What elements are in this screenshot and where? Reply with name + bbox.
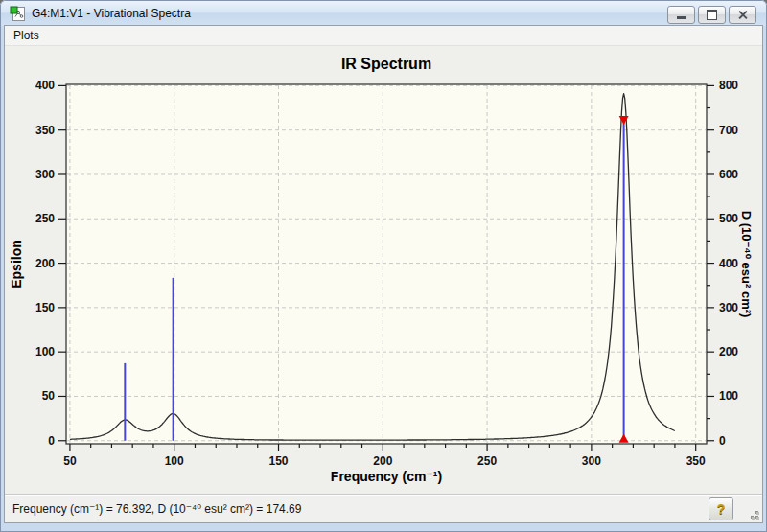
svg-text:600: 600 [719,168,738,181]
svg-text:150: 150 [35,301,55,314]
svg-text:300: 300 [35,168,55,181]
svg-text:50: 50 [63,454,77,468]
svg-text:700: 700 [719,124,738,137]
titlebar[interactable]: G4:M1:V1 - Vibrational Spectra [1,1,766,26]
ir-spectrum-chart[interactable]: 5010015020025030035005010015020025030035… [5,46,762,494]
svg-text:100: 100 [719,389,738,403]
svg-text:400: 400 [719,257,738,270]
svg-text:0: 0 [719,434,726,448]
menu-plots[interactable]: Plots [7,27,46,44]
svg-text:Frequency (cm⁻¹): Frequency (cm⁻¹) [331,469,442,484]
maximize-button[interactable] [698,6,726,24]
svg-text:350: 350 [686,454,706,468]
svg-text:300: 300 [719,301,738,314]
svg-text:250: 250 [35,212,55,225]
svg-text:800: 800 [719,79,738,92]
window-title: G4:M1:V1 - Vibrational Spectra [32,7,191,20]
resize-grip-icon[interactable] [748,508,759,520]
vibrational-spectra-window: G4:M1:V1 - Vibrational Spectra Plots 501… [0,0,767,532]
svg-text:250: 250 [477,454,497,468]
svg-text:200: 200 [35,257,55,270]
minimize-icon [677,16,686,19]
close-button[interactable] [729,6,756,24]
question-mark-icon: ? [717,501,726,517]
statusbar: Frequency (cm⁻¹) = 76.392, D (10⁻⁴⁰ esu²… [5,494,762,522]
svg-text:200: 200 [719,345,738,359]
svg-text:100: 100 [35,345,55,359]
svg-text:400: 400 [35,79,55,92]
svg-text:D (10⁻⁴⁰ esu² cm²): D (10⁻⁴⁰ esu² cm²) [739,211,754,318]
svg-text:50: 50 [42,389,56,403]
svg-text:150: 150 [268,454,288,468]
maximize-icon [707,10,717,20]
svg-text:IR Spectrum: IR Spectrum [341,56,431,72]
svg-text:100: 100 [165,454,184,468]
chart-area: 5010015020025030035005010015020025030035… [5,46,762,494]
status-readout: Frequency (cm⁻¹) = 76.392, D (10⁻⁴⁰ esu²… [12,502,301,516]
svg-text:500: 500 [719,212,738,225]
menubar: Plots [5,26,762,46]
minimize-button[interactable] [667,6,695,24]
svg-text:350: 350 [35,124,55,137]
svg-text:Epsilon: Epsilon [9,240,24,289]
help-button[interactable]: ? [709,497,733,520]
svg-text:0: 0 [48,434,55,448]
close-icon [737,10,748,20]
svg-text:200: 200 [373,454,392,468]
window-content: Plots 5010015020025030035005010015020025… [4,25,763,523]
window-controls [667,6,756,24]
svg-text:300: 300 [582,454,601,468]
molecule-document-icon [10,6,26,22]
